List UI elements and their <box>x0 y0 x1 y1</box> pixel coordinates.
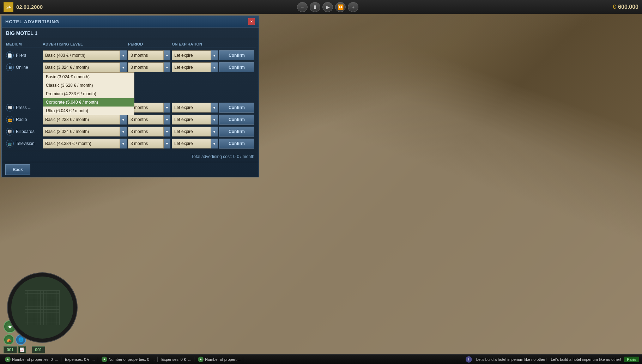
radio-icon: 📻 <box>6 116 14 123</box>
dots-btn-2[interactable]: ... <box>91 357 95 362</box>
slogan-text-2: Let's build a hotel imperium like no oth… <box>551 357 621 362</box>
medium-label-fliers: Fliers <box>16 53 26 58</box>
top-bar: 24 02.01.2000 − ⏸ ▶ ⏩ + € 600.000 <box>0 0 642 14</box>
map-btn-camp[interactable]: ⛺ <box>4 334 14 345</box>
dropdown-option-ultra[interactable]: Ultra (6.048 € / month) <box>43 107 134 115</box>
pause-button[interactable]: ⏸ <box>310 2 320 12</box>
status-label-2: Expenses: 0 € <box>65 357 90 362</box>
confirm-button-radio[interactable]: Confirm <box>219 115 254 125</box>
advertising-table: MEDIUM ADVERTISING LEVEL PERIOD ON EXPIR… <box>2 39 259 151</box>
dots-minimap: ... <box>27 348 30 352</box>
period-select-television-wrap: 3 months ▼ <box>128 139 170 148</box>
level-select-billboards-wrap: Basic (3.024 € / month) ▼ <box>43 127 127 136</box>
header-expiration: ON EXPIRATION <box>172 42 218 46</box>
close-button[interactable]: × <box>248 18 255 25</box>
status-item-5: ★ Number of properti... <box>196 357 243 362</box>
level-select-television[interactable]: Basic (48.384 € / month) <box>43 139 127 148</box>
bottom-bar: ★ Number of properties: 0 ... Expenses: … <box>0 354 642 364</box>
status-label-4: Expenses: 0 € <box>161 357 186 362</box>
period-select-radio[interactable]: 3 months <box>128 115 170 125</box>
hotel-advertising-dialog: HOTEL ADVERTISING × BIG MOTEL 1 MEDIUM A… <box>1 16 259 177</box>
status-item-1: ★ Number of properties: 0 ... <box>3 357 61 362</box>
period-select-fliers[interactable]: 3 months <box>128 50 170 60</box>
dots-btn-3[interactable]: ... <box>151 357 155 362</box>
expiration-select-television[interactable]: Let expire <box>172 139 218 148</box>
hotel-name: BIG MOTEL 1 <box>2 28 259 39</box>
dots-btn-1[interactable]: ... <box>54 357 59 362</box>
expiration-select-online[interactable]: Let expire <box>172 62 218 72</box>
slogan-text: Let's build a hotel imperium like no oth… <box>473 357 550 362</box>
total-cost: Total advertising cost: 0 € / month <box>2 151 259 162</box>
level-select-fliers[interactable]: Basic (403 € / month) <box>43 50 127 60</box>
period-select-online[interactable]: 3 months <box>128 62 170 72</box>
dropdown-option-corporate[interactable]: Corporate (5.040 € / month) <box>43 98 134 107</box>
level-select-billboards[interactable]: Basic (3.024 € / month) <box>43 127 127 136</box>
header-confirm <box>219 42 254 46</box>
currency-symbol: € <box>613 4 616 10</box>
expiration-select-radio-wrap: Let expire ▼ <box>172 115 218 125</box>
minimap-grid <box>25 290 60 325</box>
dropdown-option-classic[interactable]: Classic (3.628 € / month) <box>43 81 134 90</box>
status-icon-1: ★ <box>5 357 11 362</box>
medium-cell-press: 📰 Press ... <box>6 104 41 111</box>
medium-cell-billboards: 🪧 Billboards <box>6 128 41 135</box>
city-badge: Paris <box>624 357 639 362</box>
press-icon: 📰 <box>6 104 14 111</box>
balance-section: € 600.000 <box>613 4 638 10</box>
minimap-area: ★ ℹ ⛺ 🌐 001 📈 ... 001 <box>4 320 45 353</box>
expiration-select-billboards[interactable]: Let expire <box>172 127 218 136</box>
back-button[interactable]: Back <box>5 164 30 175</box>
table-header: MEDIUM ADVERTISING LEVEL PERIOD ON EXPIR… <box>5 42 256 48</box>
period-select-radio-wrap: 3 months ▼ <box>128 115 170 125</box>
table-row: 📻 Radio Basic (4.233 € / month) ▼ 3 mont… <box>5 114 256 126</box>
expiration-select-radio[interactable]: Let expire <box>172 115 218 125</box>
level-select-radio[interactable]: Basic (4.233 € / month) <box>43 115 127 125</box>
confirm-button-billboards[interactable]: Confirm <box>219 127 254 136</box>
dropdown-option-basic[interactable]: Basic (3.024 € / month) <box>43 73 134 81</box>
period-select-television[interactable]: 3 months <box>128 139 170 148</box>
confirm-button-online[interactable]: Confirm <box>219 62 254 72</box>
table-row: 📄 Fliers Basic (403 € / month) ▼ 3 month… <box>5 49 256 61</box>
dialog-header: HOTEL ADVERTISING × <box>2 16 259 28</box>
billboards-icon: 🪧 <box>6 128 14 135</box>
play-button[interactable]: ▶ <box>322 2 333 12</box>
info-icon[interactable]: i <box>466 356 472 363</box>
calendar-icon: 24 <box>4 2 13 12</box>
minimap[interactable] <box>7 272 78 343</box>
period-select-billboards[interactable]: 3 months <box>128 127 170 136</box>
period-select-press-wrap: 3 months ▼ <box>128 103 170 113</box>
confirm-button-television[interactable]: Confirm <box>219 139 254 148</box>
period-select-billboards-wrap: 3 months ▼ <box>128 127 170 136</box>
status-item-4: Expenses: 0 € ... <box>159 357 194 362</box>
label-001-left: 001 <box>4 346 17 353</box>
label-001-right: 001 <box>32 346 45 353</box>
expiration-select-press[interactable]: Let expire <box>172 103 218 113</box>
period-select-press[interactable]: 3 months <box>128 103 170 113</box>
dialog-title: HOTEL ADVERTISING <box>5 19 59 24</box>
fast-forward-button[interactable]: ⏩ <box>335 2 346 12</box>
expiration-select-fliers-wrap: Let expire ▼ <box>172 50 218 60</box>
medium-cell-radio: 📻 Radio <box>6 116 41 123</box>
back-section: Back <box>2 162 259 177</box>
dropdown-option-premium[interactable]: Premium (4.233 € / month) <box>43 90 134 98</box>
period-select-fliers-wrap: 3 months ▼ <box>128 50 170 60</box>
slow-down-button[interactable]: − <box>297 2 308 12</box>
minimap-inner <box>11 277 73 339</box>
confirm-button-fliers[interactable]: Confirm <box>219 50 254 60</box>
confirm-button-press[interactable]: Confirm <box>219 103 254 113</box>
period-select-online-wrap: 3 months ▼ <box>128 62 170 72</box>
status-label-1: Number of properties: 0 <box>12 357 53 362</box>
table-row: 📺 Television Basic (48.384 € / month) ▼ … <box>5 138 256 150</box>
level-select-online-wrap: Basic (3.024 € / month) ▼ Basic (3.024 €… <box>43 62 127 72</box>
television-icon: 📺 <box>6 140 14 147</box>
chart-icon[interactable]: 📈 <box>18 346 26 353</box>
dots-btn-4[interactable]: ... <box>187 357 192 362</box>
medium-label-billboards: Billboards <box>16 129 35 134</box>
expiration-select-fliers[interactable]: Let expire <box>172 50 218 60</box>
expiration-select-billboards-wrap: Let expire ▼ <box>172 127 218 136</box>
level-select-online[interactable]: Basic (3.024 € / month) <box>43 62 127 72</box>
speed-up-button[interactable]: + <box>348 2 358 12</box>
expiration-select-press-wrap: Let expire ▼ <box>172 103 218 113</box>
expiration-select-online-wrap: Let expire ▼ <box>172 62 218 72</box>
playback-controls: − ⏸ ▶ ⏩ + <box>297 2 358 12</box>
